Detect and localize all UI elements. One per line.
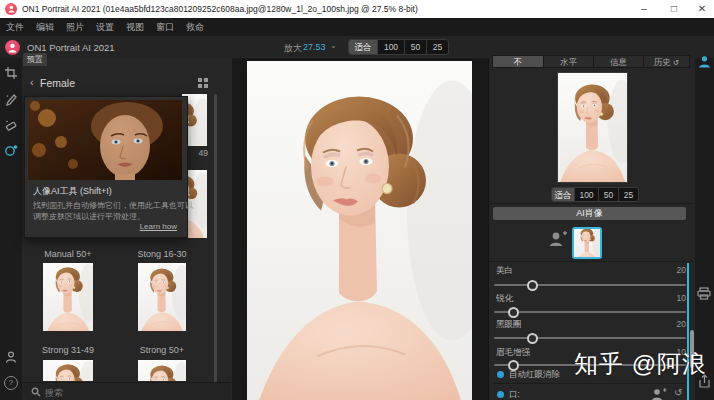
zoom-fit-button[interactable]: 适合 [349, 40, 378, 54]
toggle-mouth-label[interactable]: 口: [509, 389, 520, 400]
window-title: ON1 Portrait AI 2021 (01e4aa5bfd123ca801… [22, 4, 418, 14]
tooltip-preview-image [28, 100, 182, 180]
slider-track[interactable] [494, 284, 686, 286]
watermark: 知乎 @阿浪 [574, 348, 707, 380]
preset-label[interactable]: Manual 50+ [33, 249, 103, 259]
slider-value: 10 [666, 293, 686, 303]
preset-search[interactable]: 搜索 [22, 382, 231, 400]
slider-track[interactable] [494, 311, 686, 313]
tooltip-title: 人像AI工具 (Shift+I) [33, 185, 112, 198]
help-icon[interactable]: ? [4, 376, 18, 390]
title-bar: ON1 Portrait AI 2021 (01e4aa5bfd123ca801… [0, 0, 714, 18]
retouch-brush-icon[interactable] [4, 92, 18, 106]
reset-icon[interactable]: ↺ [674, 387, 682, 398]
tab-levels[interactable]: 水平 [544, 55, 594, 68]
zoom-50-button[interactable]: 50 [405, 40, 427, 54]
preset-label-partial: 49 [186, 148, 208, 158]
close-button[interactable]: ✕ [688, 0, 714, 18]
tool-tooltip-popup: 人像AI工具 (Shift+I) 找到面孔并自动修饰它们，使用此工具也可以 调整… [24, 96, 188, 238]
add-face-small-icon[interactable] [650, 387, 667, 400]
chevron-down-icon[interactable]: ⌄ [330, 41, 337, 50]
nav-fit-button[interactable]: 适合 [552, 188, 575, 201]
tooltip-description: 调整皮肤区域以进行平滑处理。 [33, 211, 145, 222]
menu-window[interactable]: 窗口 [156, 21, 174, 34]
menu-edit[interactable]: 编辑 [36, 21, 54, 34]
minimize-button[interactable]: – [630, 0, 658, 18]
right-panel-tabs: 不 水平 信息 历史↺ [492, 55, 690, 68]
menu-photo[interactable]: 照片 [66, 21, 84, 34]
slider-label-sharpen: 锐化 [496, 293, 513, 305]
navigator-zoom-group: 适合 100 50 25 [551, 187, 639, 202]
preset-thumbnail[interactable] [43, 263, 93, 331]
menu-file[interactable]: 文件 [6, 21, 24, 34]
toggle-red-eye-label[interactable]: 自动红眼消除 [509, 369, 560, 381]
tool-strip [0, 58, 23, 400]
preset-label[interactable]: Strong 50+ [127, 345, 197, 355]
slider-label-eyebrow-enhance: 眉毛增强 [496, 347, 530, 359]
toggle-mouth-dot[interactable] [497, 391, 504, 398]
preset-category-title: Female [40, 77, 75, 89]
history-undo-icon: ↺ [673, 58, 679, 67]
nav-100-button[interactable]: 100 [575, 188, 599, 201]
selected-face-thumbnail[interactable] [572, 227, 602, 259]
nav-25-button[interactable]: 25 [619, 188, 638, 201]
app-logo-icon [5, 40, 20, 55]
menu-settings[interactable]: 设置 [96, 21, 114, 34]
face-ai-tool-icon[interactable] [4, 143, 18, 157]
printer-icon[interactable] [697, 286, 711, 299]
preset-thumbnail[interactable] [138, 263, 186, 331]
slider-label-dark-circles: 黑眼圈 [496, 319, 522, 331]
search-label: 搜索 [45, 387, 63, 400]
slider-value: 20 [666, 265, 686, 275]
app-title: ON1 Portrait AI 2021 [27, 42, 115, 53]
on1-logo-icon [5, 3, 17, 15]
tooltip-description: 找到面孔并自动修饰它们，使用此工具也可以 [33, 200, 193, 211]
tab-info[interactable]: 信息 [594, 55, 644, 68]
maximize-button[interactable]: □ [660, 0, 688, 18]
zoom-25-button[interactable]: 25 [427, 40, 448, 54]
preset-thumbnail[interactable] [43, 360, 93, 381]
learn-how-link[interactable]: Learn how [140, 222, 177, 231]
menu-bar: 文件 编辑 照片 设置 视图 窗口 救命 [0, 18, 714, 36]
slider-value: 20 [666, 319, 686, 329]
zoom-preset-group: 适合 100 50 25 [348, 39, 449, 55]
grid-view-icon[interactable] [198, 78, 208, 88]
preset-label[interactable]: Stong 16-30 [127, 249, 197, 259]
preset-thumbnail[interactable] [138, 360, 186, 381]
tab-none[interactable]: 不 [492, 55, 544, 68]
tab-history[interactable]: 历史↺ [644, 55, 690, 68]
preset-label[interactable]: Strong 31-49 [33, 345, 103, 355]
navigator-thumbnail[interactable] [558, 73, 627, 182]
preset-scrollbar[interactable] [214, 94, 217, 382]
search-icon [31, 387, 41, 397]
zoom-label: 放大 [284, 42, 302, 55]
slider-label-whitening: 美白 [496, 265, 513, 277]
divider [489, 203, 694, 204]
perfect-eraser-icon[interactable] [4, 118, 18, 132]
zoom-100-button[interactable]: 100 [378, 40, 405, 54]
divider [489, 261, 694, 262]
main-photo[interactable] [247, 61, 472, 400]
zoom-value[interactable]: 27.53 [303, 42, 326, 52]
menu-view[interactable]: 视图 [126, 21, 144, 34]
account-person-icon[interactable] [4, 350, 18, 364]
add-face-icon[interactable] [548, 230, 568, 248]
preset-category-header[interactable]: ‹ Female [22, 74, 232, 92]
account-icon[interactable] [698, 54, 711, 67]
menu-help[interactable]: 救命 [186, 21, 204, 34]
back-chevron-icon[interactable]: ‹ [30, 76, 34, 88]
tab-presets[interactable]: 预置 [23, 53, 47, 66]
nav-50-button[interactable]: 50 [599, 188, 619, 201]
divider [494, 383, 686, 384]
crop-tool-icon[interactable] [4, 66, 18, 80]
slider-track[interactable] [494, 337, 686, 339]
ai-portrait-button[interactable]: AI肖像 [493, 207, 686, 220]
toggle-red-eye-dot[interactable] [497, 371, 504, 378]
